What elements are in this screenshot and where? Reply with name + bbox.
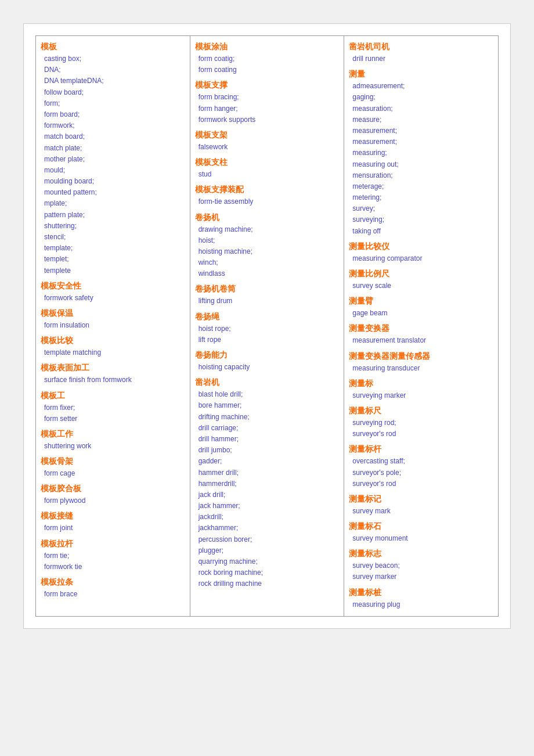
- term-2-6-5: windlass: [195, 268, 340, 279]
- section-header-3-7: 测量变换器测量传感器: [349, 351, 493, 362]
- section-header-3-13: 测量标志: [349, 549, 493, 559]
- term-3-2-7: measuring;: [349, 147, 493, 159]
- content-grid: 模板casting box;DNA;DNA templateDNA;follow…: [35, 35, 499, 617]
- term-1-1-4: follow board;: [41, 87, 185, 98]
- term-3-2-10: meterage;: [349, 181, 493, 192]
- term-2-10-2: bore hammer;: [195, 400, 340, 411]
- term-1-3-1: form insulation: [41, 320, 185, 331]
- term-2-1-2: form coating: [195, 64, 340, 75]
- term-3-10-1: overcasting staff;: [349, 456, 493, 467]
- section-header-1-8: 模板骨架: [41, 456, 185, 467]
- term-2-10-15: plugger;: [195, 545, 340, 556]
- section-header-1-1: 模板: [41, 42, 185, 52]
- term-1-1-18: template;: [41, 243, 185, 254]
- term-1-1-2: DNA;: [41, 64, 185, 75]
- term-1-1-8: match board;: [41, 131, 185, 142]
- term-3-9-2: surveyor's rod: [349, 429, 493, 440]
- term-3-10-3: surveyor's rod: [349, 478, 493, 489]
- section-header-1-10: 模板接缝: [41, 511, 185, 521]
- term-2-10-18: rock drilling machine: [195, 578, 340, 589]
- section-header-3-4: 测量比例尺: [349, 269, 493, 279]
- term-3-12-1: survey monument: [349, 533, 493, 544]
- term-3-2-12: survey;: [349, 203, 493, 214]
- term-1-12-1: form brace: [41, 589, 185, 600]
- term-3-1-1: drill runner: [349, 53, 493, 64]
- section-header-2-5: 模板支撑装配: [195, 185, 340, 195]
- term-3-3-1: measuring comparator: [349, 253, 493, 264]
- section-header-3-3: 测量比较仪: [349, 242, 493, 252]
- term-2-6-3: hoisting machine;: [195, 246, 340, 257]
- term-2-1-1: form coatig;: [195, 53, 340, 64]
- section-header-3-10: 测量标杆: [349, 444, 493, 455]
- term-1-1-17: stencil;: [41, 232, 185, 243]
- term-2-7-1: lifting drum: [195, 296, 340, 307]
- section-header-1-9: 模板胶合板: [41, 484, 185, 494]
- term-2-4-1: stud: [195, 169, 340, 180]
- term-2-5-1: form-tie assembly: [195, 196, 340, 207]
- term-1-1-5: form;: [41, 98, 185, 109]
- term-2-10-4: drill carriage;: [195, 423, 340, 434]
- term-3-2-2: gaging;: [349, 92, 493, 103]
- term-2-10-17: rock boring machine;: [195, 567, 340, 578]
- term-2-10-8: hammer drill;: [195, 467, 340, 478]
- section-header-3-11: 测量标记: [349, 494, 493, 505]
- term-1-1-12: moulding board;: [41, 176, 185, 187]
- term-2-8-2: lift rope: [195, 334, 340, 345]
- section-header-2-9: 卷扬能力: [195, 350, 340, 361]
- section-header-1-12: 模板拉条: [41, 577, 185, 588]
- section-header-1-4: 模板比较: [41, 336, 185, 346]
- section-header-3-8: 测量标: [349, 379, 493, 389]
- term-2-10-11: jack hammer;: [195, 501, 340, 512]
- term-1-1-3: DNA templateDNA;: [41, 75, 185, 87]
- term-2-10-16: quarrying machine;: [195, 556, 340, 567]
- section-header-1-11: 模板拉杆: [41, 539, 185, 549]
- section-header-2-4: 模板支柱: [195, 157, 340, 168]
- section-header-2-10: 凿岩机: [195, 377, 340, 388]
- term-1-1-19: templet;: [41, 254, 185, 265]
- term-2-9-1: hoisting capacity: [195, 362, 340, 373]
- section-header-2-2: 模板支撑: [195, 80, 340, 91]
- term-1-6-2: form setter: [41, 413, 185, 424]
- term-1-5-1: surface finish from formwork: [41, 375, 185, 386]
- section-header-2-7: 卷扬机卷筒: [195, 284, 340, 294]
- term-1-2-1: formwork safety: [41, 293, 185, 304]
- term-2-2-3: formwork supports: [195, 114, 340, 125]
- section-header-2-1: 模板涂油: [195, 42, 340, 52]
- term-3-2-4: measure;: [349, 114, 493, 125]
- term-3-2-13: surveying;: [349, 214, 493, 225]
- section-header-3-1: 凿岩机司机: [349, 42, 493, 52]
- term-2-6-4: winch;: [195, 257, 340, 268]
- section-header-3-9: 测量标尺: [349, 406, 493, 416]
- term-2-6-1: drawing machine;: [195, 224, 340, 235]
- section-header-2-6: 卷扬机: [195, 213, 340, 223]
- section-header-1-3: 模板保温: [41, 308, 185, 319]
- term-1-8-1: form cage: [41, 468, 185, 479]
- term-2-2-1: form bracing;: [195, 92, 340, 103]
- term-3-2-8: measuring out;: [349, 159, 493, 170]
- term-2-10-6: drill jumbo;: [195, 445, 340, 456]
- term-1-6-1: form fixer;: [41, 402, 185, 413]
- term-1-1-7: formwork;: [41, 120, 185, 131]
- term-1-10-1: form joint: [41, 523, 185, 534]
- section-header-3-12: 测量标石: [349, 521, 493, 532]
- section-header-1-5: 模板表面加工: [41, 363, 185, 373]
- term-3-2-3: measuration;: [349, 103, 493, 114]
- term-1-1-15: pattern plate;: [41, 210, 185, 221]
- term-3-2-9: mensuration;: [349, 170, 493, 181]
- term-3-2-1: admeasurement;: [349, 81, 493, 92]
- term-2-10-5: drill hammer;: [195, 434, 340, 445]
- section-header-2-8: 卷扬绳: [195, 312, 340, 322]
- column-1: 模板casting box;DNA;DNA templateDNA;follow…: [36, 36, 190, 617]
- term-1-1-11: mould;: [41, 165, 185, 176]
- term-3-13-2: survey marker: [349, 571, 493, 582]
- term-3-2-14: taking off: [349, 226, 493, 237]
- term-1-1-14: mplate;: [41, 198, 185, 209]
- term-3-8-1: surveying marker: [349, 390, 493, 401]
- term-1-1-10: mother plate;: [41, 154, 185, 165]
- term-2-10-9: hammerdrill;: [195, 478, 340, 489]
- term-1-11-2: formwork tie: [41, 561, 185, 573]
- term-2-2-2: form hanger;: [195, 103, 340, 114]
- term-2-8-1: hoist rope;: [195, 323, 340, 334]
- section-header-2-3: 模板支架: [195, 130, 340, 141]
- term-3-5-1: gage beam: [349, 308, 493, 319]
